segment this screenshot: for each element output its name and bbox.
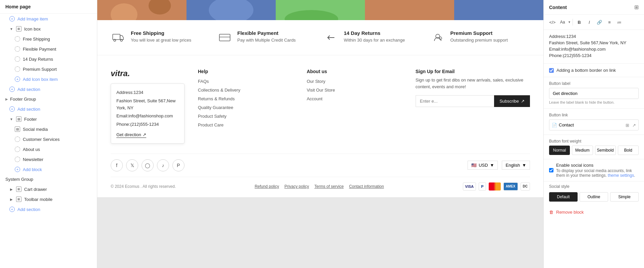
- sidebar-item-footer[interactable]: ▼ ▤ Footer: [0, 114, 97, 124]
- sidebar-item-add-image[interactable]: + Add Image item: [0, 14, 97, 24]
- sidebar-item-toolbar-mobile[interactable]: ▶ ⊞ Toolbar mobile: [0, 194, 97, 204]
- subscribe-label: Subscribe: [499, 99, 519, 104]
- subscribe-button[interactable]: Subscribe ↗: [494, 95, 530, 107]
- sidebar-item-social-media[interactable]: ▤ Social media: [0, 124, 97, 134]
- chevron-right-icon: ▶: [9, 187, 13, 191]
- list-item: Our Story: [307, 78, 402, 84]
- shipping-icon: [111, 30, 125, 45]
- italic-button[interactable]: I: [585, 17, 594, 27]
- ss-simple-button[interactable]: Simple: [610, 192, 639, 202]
- help-link-returns[interactable]: Returns & Refunds: [198, 96, 235, 101]
- fw-bold-button[interactable]: Bold: [618, 146, 639, 155]
- sidebar-item-icon-box-group[interactable]: ▼ ⊞ Icon box: [0, 24, 97, 34]
- button-link-input[interactable]: [549, 119, 639, 130]
- add-block-label: Add block: [23, 167, 42, 172]
- panel-header-icons: ⊞: [634, 4, 639, 10]
- icon-box-text-flexible-payment: Flexible Payment Pay with Multiple Credi…: [237, 30, 296, 43]
- link-button[interactable]: 🔗: [595, 17, 604, 27]
- help-link-collections[interactable]: Collections & Delivery: [198, 88, 240, 93]
- currency-selector[interactable]: 🇺🇸 USD ▼: [468, 161, 498, 170]
- twitter-x-icon[interactable]: 𝕏: [126, 159, 138, 171]
- sidebar-item-14-day-returns[interactable]: 14 Day Returns: [0, 54, 97, 64]
- external-link-icon[interactable]: ↗: [632, 122, 636, 127]
- sidebar-item-flexible-payment[interactable]: Flexible Payment: [0, 44, 97, 54]
- social-icons-label[interactable]: Enable social icons: [556, 163, 639, 168]
- add-border-label[interactable]: Adding a bottom border on link: [549, 68, 639, 73]
- list-item: Visit Our Store: [307, 87, 402, 93]
- icon-box-desc: Pay with Multiple Credit Cards: [237, 37, 296, 43]
- trash-icon: 🗑: [549, 210, 553, 215]
- fw-medium-button[interactable]: Medium: [572, 146, 593, 155]
- main-canvas: Free Shipping You will love at great low…: [97, 0, 543, 268]
- sidebar-item-add-section-1[interactable]: + Add section: [0, 84, 97, 94]
- fw-semibold-button[interactable]: Semibold: [595, 146, 616, 155]
- panel-text-line-2: Fashion Street, Suite 567,New York, NY: [549, 40, 639, 45]
- social-icons-checkbox[interactable]: [549, 168, 553, 172]
- about-link-store[interactable]: Visit Our Store: [307, 88, 335, 93]
- pinterest-icon[interactable]: P: [172, 159, 184, 171]
- dropdown-arrow: ▼: [522, 163, 526, 168]
- payment-icons: VISA P AMEX DC: [463, 182, 530, 191]
- theme-settings-link[interactable]: theme settings: [608, 173, 634, 178]
- ordered-list-button[interactable]: ≔: [615, 17, 624, 27]
- footer-about-list: Our Story Visit Our Store Account: [307, 78, 402, 102]
- svg-point-4: [209, 0, 254, 20]
- sidebar-item-add-section-system[interactable]: + Add section: [0, 204, 97, 214]
- sidebar-item-newsletter[interactable]: Newsletter: [0, 154, 97, 164]
- free-shipping-label: Free Shipping: [23, 37, 50, 42]
- button-label-title: Button label: [549, 81, 639, 86]
- sidebar-item-premium-support[interactable]: Premium Support: [0, 64, 97, 74]
- privacy-policy-link[interactable]: Privacy policy: [284, 184, 309, 189]
- help-link-safety[interactable]: Product Safety: [198, 114, 226, 119]
- image-strip-item-3: [276, 0, 365, 20]
- panel-text-content: Address:1234 Fashion Street, Suite 567,N…: [544, 30, 644, 64]
- social-icons: f 𝕏 ◯ ♪ P: [111, 159, 184, 171]
- button-link-title: Button link: [549, 113, 639, 117]
- instagram-icon[interactable]: ◯: [142, 159, 154, 171]
- help-link-care[interactable]: Product Care: [198, 122, 224, 127]
- button-label-input[interactable]: [549, 88, 639, 99]
- language-selector[interactable]: English ▼: [502, 161, 530, 170]
- layout-icon[interactable]: ⊞: [634, 4, 639, 10]
- image-strip-item-5: [454, 0, 543, 20]
- contact-info-link[interactable]: Contact information: [349, 184, 384, 189]
- sidebar-item-customer-services[interactable]: Customer Services: [0, 134, 97, 144]
- sidebar-item-add-icon-box[interactable]: + Add Icon box item: [0, 74, 97, 84]
- sidebar-system-group[interactable]: System Group: [0, 174, 97, 184]
- get-direction-button[interactable]: Get direction ↗: [116, 132, 146, 138]
- fw-normal-button[interactable]: Normal: [549, 146, 570, 155]
- add-section-label: Add section: [17, 87, 40, 92]
- terms-link[interactable]: Terms of service: [314, 184, 343, 189]
- footer-label: Footer: [24, 117, 37, 122]
- facebook-icon[interactable]: f: [111, 159, 123, 171]
- remove-block-label: Remove block: [556, 210, 584, 215]
- settings-link-icon[interactable]: ⊞: [626, 122, 629, 127]
- email-input[interactable]: [416, 95, 494, 107]
- refund-policy-link[interactable]: Refund policy: [255, 184, 279, 189]
- unordered-list-button[interactable]: ≡: [605, 17, 614, 27]
- tiktok-icon[interactable]: ♪: [157, 159, 169, 171]
- about-link-account[interactable]: Account: [307, 96, 322, 101]
- sidebar-item-about-us[interactable]: About us: [0, 144, 97, 154]
- sidebar-item-add-block[interactable]: + Add block: [0, 164, 97, 174]
- panel-border-section: Adding a bottom border on link: [544, 64, 644, 77]
- sidebar-footer-group[interactable]: ▶ Footer Group: [0, 94, 97, 104]
- about-link-story[interactable]: Our Story: [307, 79, 325, 84]
- button-link-input-wrapper: 📄 ↗ ⊞: [549, 119, 639, 130]
- sidebar-item-add-section-footer[interactable]: + Add section: [0, 104, 97, 114]
- font-size-button[interactable]: Aa: [558, 17, 567, 27]
- ss-outline-button[interactable]: Outline: [580, 192, 608, 202]
- add-border-checkbox[interactable]: [549, 68, 554, 73]
- bold-button[interactable]: B: [575, 17, 584, 27]
- list-item: Returns & Refunds: [198, 96, 293, 102]
- help-link-faqs[interactable]: FAQs: [198, 79, 209, 84]
- sidebar-item-cart-drawer[interactable]: ▶ ⊞ Cart drawer: [0, 184, 97, 194]
- separator: [573, 19, 573, 25]
- currency-label: USD: [479, 163, 488, 168]
- svg-rect-7: [365, 0, 454, 20]
- ss-default-button[interactable]: Default: [549, 192, 578, 202]
- sidebar-item-free-shipping[interactable]: Free Shipping: [0, 34, 97, 44]
- remove-block-button[interactable]: 🗑 Remove block: [544, 206, 644, 219]
- format-code-button[interactable]: </>: [548, 17, 557, 27]
- help-link-quality[interactable]: Quality Guarantee: [198, 105, 233, 110]
